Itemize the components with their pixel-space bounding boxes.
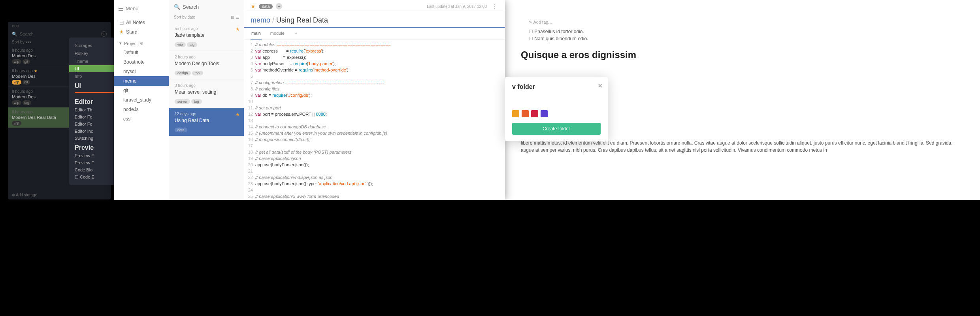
grid-view-icon[interactable]: ▦ <box>231 15 234 19</box>
add-project-icon[interactable]: ⊕ <box>140 41 143 46</box>
close-icon[interactable]: × <box>598 82 602 90</box>
color-swatch[interactable] <box>512 110 519 117</box>
star-icon[interactable]: ★ <box>251 3 256 9</box>
breadcrumb-folder[interactable]: memo <box>251 16 270 24</box>
color-swatch[interactable] <box>531 110 538 117</box>
more-menu-icon[interactable]: ⋮ <box>490 3 499 9</box>
sidebar-folder-nodeJs[interactable]: nodeJs <box>114 105 169 114</box>
breadcrumb-title: Using Real Data <box>276 16 328 24</box>
sidebar-folder-memo[interactable]: memo <box>114 76 169 86</box>
editor-tab-main[interactable]: main <box>251 28 262 40</box>
checklist-item[interactable]: Phasellus id tortor odio. <box>521 28 964 35</box>
color-swatch[interactable] <box>541 110 548 117</box>
code-editor[interactable]: 1// modules ============================… <box>244 40 505 200</box>
sort-label[interactable]: Sort by date <box>174 15 195 19</box>
last-updated: Last updated at Jan.9, 2017 12:00 <box>427 4 487 9</box>
sidebar-stard[interactable]: ★Stard <box>114 27 169 37</box>
add-tag-button[interactable]: + <box>276 3 282 9</box>
note-card[interactable]: 2 hours agoModern Design Toolsdesigntool <box>169 51 244 79</box>
note-card[interactable]: 3 hours agoMean server settingservertag <box>169 79 244 108</box>
modal-title: v folder× <box>512 83 601 90</box>
search-input[interactable] <box>183 4 249 10</box>
sidebar-folder-mysql[interactable]: mysql <box>114 67 169 76</box>
list-view-icon[interactable]: ☰ <box>236 15 239 19</box>
color-swatches <box>512 110 601 117</box>
doc-heading: Quisque a eros dignissim <box>521 49 964 60</box>
doc-paragraph: libero mattis metus, id elementum velit … <box>521 139 964 154</box>
sidebar-folder-Default[interactable]: Default <box>114 48 169 57</box>
checklist-item[interactable]: Nam quis bibendum odio. <box>521 35 964 42</box>
sidebar-folder-Boostnote[interactable]: Boostnote <box>114 57 169 67</box>
editor-tab-module[interactable]: module <box>270 28 285 40</box>
editor-tabs: mainmodule + <box>244 28 505 40</box>
sidebar-project-header[interactable]: ▾Project⊕ <box>114 37 169 48</box>
note-card[interactable]: ★12 days agoUsing Real Datadata <box>169 108 244 136</box>
new-folder-modal: v folder× Create folder <box>505 77 608 141</box>
add-tag-hint[interactable]: ✎ Add tag... <box>529 20 964 25</box>
editor-panel: ★ data + Last updated at Jan.9, 2017 12:… <box>244 0 505 200</box>
sidebar: Menu ▤All Notes ★Stard ▾Project⊕ Default… <box>114 0 169 200</box>
star-icon: ★ <box>236 112 240 117</box>
create-folder-button[interactable]: Create folder <box>512 123 601 135</box>
sidebar-folder-git[interactable]: git <box>114 86 169 95</box>
sidebar-all-notes[interactable]: ▤All Notes <box>114 18 169 27</box>
note-list-panel: 🔍 + Sort by date ▦ ☰ ★an hours agoJade t… <box>169 0 244 200</box>
search-icon: 🔍 <box>174 4 180 10</box>
add-tab-button[interactable]: + <box>293 28 299 40</box>
color-swatch[interactable] <box>522 110 529 117</box>
breadcrumb: memo / Using Real Data <box>244 12 505 28</box>
sidebar-folder-css[interactable]: css <box>114 114 169 124</box>
sidebar-folder-laravel_study[interactable]: laravel_study <box>114 95 169 105</box>
star-icon: ★ <box>236 26 240 32</box>
note-tag[interactable]: data <box>259 4 273 9</box>
boostnote-app: Menu ▤All Notes ★Stard ▾Project⊕ Default… <box>114 0 505 200</box>
menu-toggle[interactable]: Menu <box>114 3 169 14</box>
note-card[interactable]: ★an hours agoJade templatewiptag <box>169 23 244 51</box>
